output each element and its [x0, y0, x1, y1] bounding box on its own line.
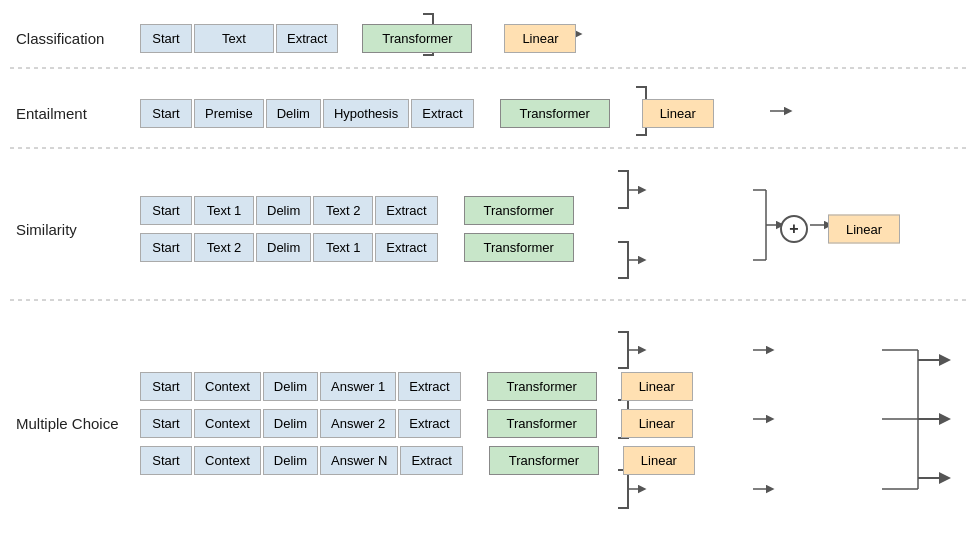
sim1-delim: Delim — [256, 196, 311, 225]
sim-linear: Linear — [828, 215, 900, 244]
mc1-transformer: Transformer — [487, 372, 597, 401]
mc-row1: Start Context Delim Answer 1 Extract Tra… — [140, 372, 695, 401]
similarity-flows: Start Text 1 Delim Text 2 Extract Transf… — [140, 196, 574, 262]
mc3-delim: Delim — [263, 446, 318, 475]
ent-extract: Extract — [411, 99, 473, 128]
cls-extract: Extract — [276, 24, 338, 53]
entailment-flow: Start Premise Delim Hypothesis Extract T… — [140, 99, 714, 128]
entailment-label: Entailment — [0, 105, 130, 122]
ent-transformer: Transformer — [500, 99, 610, 128]
mc3-extract: Extract — [400, 446, 462, 475]
sim1-text2: Text 2 — [313, 196, 373, 225]
sim1-transformer: Transformer — [464, 196, 574, 225]
entailment-section: Entailment Start Premise Delim Hypothesi… — [0, 78, 977, 148]
sim2-text1: Text 1 — [313, 233, 373, 262]
classification-label: Classification — [0, 30, 130, 47]
mc1-context: Context — [194, 372, 261, 401]
mc3-start: Start — [140, 446, 192, 475]
ent-linear: Linear — [642, 99, 714, 128]
similarity-label: Similarity — [0, 221, 130, 238]
sim1-text1: Text 1 — [194, 196, 254, 225]
sim-row2: Start Text 2 Delim Text 1 Extract Transf… — [140, 233, 574, 262]
mc3-linear: Linear — [623, 446, 695, 475]
classification-section: Classification Start Text Extract Transf… — [0, 8, 977, 68]
sim2-extract: Extract — [375, 233, 437, 262]
mc1-linear: Linear — [621, 372, 693, 401]
similarity-section: Similarity Start Text 1 Delim Text 2 Ext… — [0, 158, 977, 300]
mc-row2: Start Context Delim Answer 2 Extract Tra… — [140, 409, 695, 438]
mc2-context: Context — [194, 409, 261, 438]
ent-delim: Delim — [266, 99, 321, 128]
mc2-transformer: Transformer — [487, 409, 597, 438]
mc-row3: Start Context Delim Answer N Extract Tra… — [140, 446, 695, 475]
plus-circle: + — [780, 215, 808, 243]
ent-start: Start — [140, 99, 192, 128]
mc2-linear: Linear — [621, 409, 693, 438]
mc2-answer2: Answer 2 — [320, 409, 396, 438]
cls-linear: Linear — [504, 24, 576, 53]
sim2-delim: Delim — [256, 233, 311, 262]
cls-text: Text — [194, 24, 274, 53]
multiple-choice-section: Multiple Choice Start Context Delim Answ… — [0, 308, 977, 539]
sim-row1: Start Text 1 Delim Text 2 Extract Transf… — [140, 196, 574, 225]
mc1-start: Start — [140, 372, 192, 401]
mc1-extract: Extract — [398, 372, 460, 401]
ent-hypothesis: Hypothesis — [323, 99, 409, 128]
sim2-transformer: Transformer — [464, 233, 574, 262]
mc-flows: Start Context Delim Answer 1 Extract Tra… — [140, 372, 695, 475]
sim2-start: Start — [140, 233, 192, 262]
diagram-container: Classification Start Text Extract Transf… — [0, 0, 977, 539]
mc3-context: Context — [194, 446, 261, 475]
mc2-delim: Delim — [263, 409, 318, 438]
sim1-start: Start — [140, 196, 192, 225]
mc1-delim: Delim — [263, 372, 318, 401]
mc2-start: Start — [140, 409, 192, 438]
mc3-answern: Answer N — [320, 446, 398, 475]
mc3-transformer: Transformer — [489, 446, 599, 475]
sim1-extract: Extract — [375, 196, 437, 225]
ent-premise: Premise — [194, 99, 264, 128]
mc2-extract: Extract — [398, 409, 460, 438]
multiple-choice-label: Multiple Choice — [0, 415, 130, 432]
sim2-text2: Text 2 — [194, 233, 254, 262]
cls-start: Start — [140, 24, 192, 53]
cls-transformer: Transformer — [362, 24, 472, 53]
mc1-answer1: Answer 1 — [320, 372, 396, 401]
classification-flow: Start Text Extract Transformer Linear — [140, 24, 576, 53]
